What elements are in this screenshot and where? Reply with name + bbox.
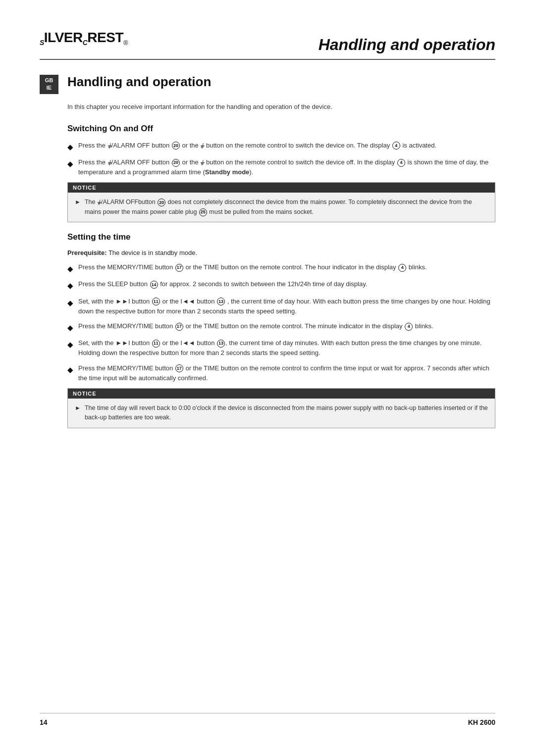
bullet-icon: ◆: [67, 263, 73, 274]
list-item: ◆ Press the SLEEP button 14 for approx. …: [67, 279, 495, 291]
notice-text-2: The time of day will revert back to 0:00…: [85, 403, 488, 423]
bullet-icon: ◆: [67, 141, 73, 152]
list-item: ◆ Press the MEMORY/TIME button 17 or the…: [67, 262, 495, 274]
list-item: ◆ Press the MEMORY/TIME button 17 or the…: [67, 363, 495, 383]
circle-num-4b: 4: [397, 159, 405, 167]
bullet-icon: ◆: [67, 158, 73, 169]
page-section-title: Handling and operation: [67, 75, 211, 89]
circle-num-11b: 11: [152, 340, 160, 348]
circle-num-20b: 20: [172, 159, 180, 167]
notice-item: ► The ⏚/ALARM OFFbutton 20 does not comp…: [75, 198, 488, 217]
notice-box-switching: NOTICE ► The ⏚/ALARM OFFbutton 20 does n…: [67, 182, 495, 222]
brand-logo: SILVERCREST®: [40, 30, 128, 53]
circle-num-20: 20: [172, 142, 180, 150]
setting-time-bullets: ◆ Press the MEMORY/TIME button 17 or the…: [67, 262, 495, 383]
bullet-text: Press the MEMORY/TIME button 17 or the T…: [78, 262, 495, 272]
bullet-text: Press the MEMORY/TIME button 17 or the T…: [78, 321, 495, 331]
page-number: 14: [40, 718, 48, 726]
setting-time-title: Setting the time: [67, 232, 495, 242]
switching-bullets: ◆ Press the ⏚/ALARM OFF button 20 or the…: [67, 141, 495, 178]
page-footer: 14 KH 2600: [40, 713, 495, 726]
setting-time-prereq: Prerequisite: The device is in standby m…: [67, 249, 495, 256]
bullet-text: Press the ⏚/ALARM OFF button 20 or the ⏚…: [78, 157, 495, 177]
prerequisite-text: The device is in standby mode.: [108, 249, 197, 256]
brand-name: SILVERCREST: [40, 39, 123, 47]
gb-label: GB: [44, 77, 54, 84]
intro-text: In this chapter you receive important in…: [67, 102, 495, 112]
bullet-icon: ◆: [67, 322, 73, 333]
header-title: Handling and operation: [143, 36, 495, 54]
list-item: ◆ Set, with the ►►I button 11 or the I◄◄…: [67, 297, 495, 316]
page: SILVERCREST® Handling and operation GB I…: [0, 0, 535, 756]
circle-num-25: 25: [199, 208, 207, 216]
bullet-text: Set, with the ►►I button 11 or the I◄◄ b…: [78, 297, 495, 316]
bullet-icon: ◆: [67, 280, 73, 291]
circle-num-4d: 4: [405, 323, 413, 331]
list-item: ◆ Press the ⏚/ALARM OFF button 20 or the…: [67, 157, 495, 177]
notice-item-2: ► The time of day will revert back to 0:…: [75, 403, 488, 423]
bullet-text: Press the SLEEP button 14 for approx. 2 …: [78, 279, 495, 289]
switching-title: Switching On and Off: [67, 124, 495, 134]
circle-num-11a: 11: [152, 298, 160, 305]
ie-label: IE: [44, 84, 54, 92]
circle-num-17c: 17: [175, 364, 183, 372]
list-item: ◆ Press the ⏚/ALARM OFF button 20 or the…: [67, 141, 495, 152]
circle-num-17a: 17: [175, 264, 183, 272]
bullet-icon: ◆: [67, 364, 73, 375]
circle-num-13b: 13: [217, 340, 225, 348]
list-item: ◆ Set, with the ►►I button 11 or the I◄◄…: [67, 338, 495, 358]
notice-box-time: NOTICE ► The time of day will revert bac…: [67, 388, 495, 428]
bullet-text: Set, with the ►►I button 11 or the I◄◄ b…: [78, 338, 495, 358]
bullet-text: Press the ⏚/ALARM OFF button 20 or the ⏚…: [78, 141, 495, 151]
bullet-text: Press the MEMORY/TIME button 17 or the T…: [78, 363, 495, 383]
notice-text: The ⏚/ALARM OFFbutton 20 does not comple…: [85, 198, 488, 217]
bullet-icon: ◆: [67, 297, 73, 308]
circle-num-4c: 4: [398, 264, 406, 272]
gb-ie-badge: GB IE: [40, 75, 58, 94]
circle-num-4a: 4: [392, 142, 400, 150]
section-header: GB IE Handling and operation: [40, 75, 495, 94]
circle-num-17b: 17: [175, 323, 183, 331]
circle-num-13a: 13: [217, 298, 225, 305]
model-number: KH 2600: [468, 718, 495, 726]
standby-mode-label: Standby mode: [205, 168, 250, 176]
notice-body: ► The ⏚/ALARM OFFbutton 20 does not comp…: [68, 193, 495, 222]
bullet-icon: ◆: [67, 339, 73, 350]
list-item: ◆ Press the MEMORY/TIME button 17 or the…: [67, 321, 495, 333]
notice-arrow-icon: ►: [75, 198, 81, 207]
notice-header-2: NOTICE: [68, 389, 495, 399]
trademark-symbol: ®: [123, 39, 128, 47]
notice-body-2: ► The time of day will revert back to 0:…: [68, 399, 495, 428]
circle-num-20c: 20: [158, 199, 165, 206]
notice-arrow-icon-2: ►: [75, 403, 81, 413]
prerequisite-label: Prerequisite:: [67, 249, 107, 256]
notice-header: NOTICE: [68, 183, 495, 193]
circle-num-14: 14: [150, 281, 158, 289]
page-header: SILVERCREST® Handling and operation: [40, 30, 495, 60]
